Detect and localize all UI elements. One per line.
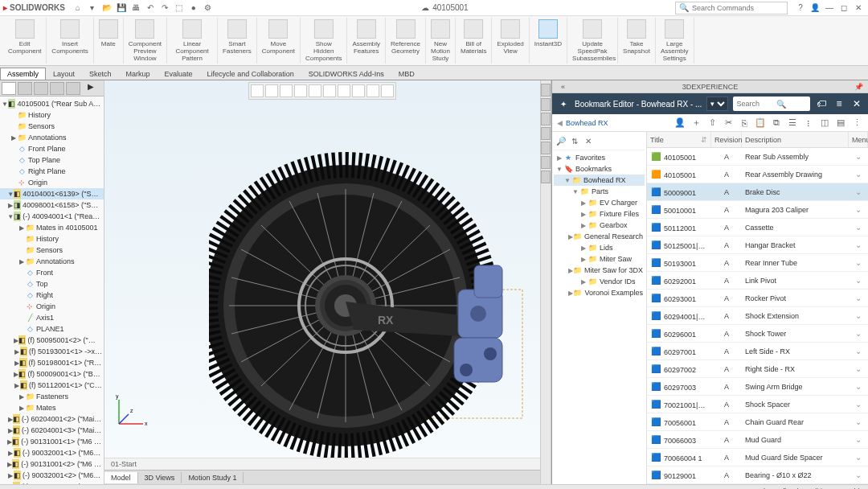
- expand-icon[interactable]: ▶: [18, 224, 25, 232]
- command-search-input[interactable]: [692, 4, 772, 12]
- bookmark-node[interactable]: ▶📁Lids: [554, 242, 645, 253]
- menu-icon[interactable]: ≡: [833, 97, 845, 110]
- expand-icon[interactable]: ▶: [579, 222, 588, 229]
- cmd-tab-layout[interactable]: Layout: [46, 68, 82, 80]
- cmd-tab-solidworks-add-ins[interactable]: SOLIDWORKS Add-Ins: [301, 68, 391, 80]
- copy-icon[interactable]: ⎘: [738, 117, 751, 129]
- expand-icon[interactable]: ▼: [555, 166, 563, 173]
- print-icon[interactable]: 🖶: [129, 2, 142, 14]
- col-title[interactable]: Title ⇵: [647, 132, 711, 147]
- cell-menu[interactable]: ⌄: [849, 347, 868, 355]
- fm-item[interactable]: ◇Right Plane: [0, 166, 104, 177]
- table-row[interactable]: 🟦60294001|60294...AShock Extension⌄: [647, 307, 868, 325]
- fm-item[interactable]: ▶◧(f) 50193001<1> ->x ("Rear"): [0, 346, 104, 357]
- fm-item[interactable]: ◇Front Plane: [0, 143, 104, 154]
- cell-menu[interactable]: ⌄: [849, 187, 868, 196]
- expand-icon[interactable]: ▶: [18, 393, 25, 401]
- fm-item[interactable]: ⊹Origin: [0, 177, 104, 188]
- fm-item[interactable]: ▶📁Annotations: [0, 256, 104, 267]
- fm-tab-property[interactable]: [18, 82, 32, 95]
- table-row[interactable]: 🟦50009001ABrake Disc⌄: [647, 183, 868, 201]
- tag-icon[interactable]: 🏷: [815, 97, 828, 110]
- bookmark-node[interactable]: ▶📁Voronoi Examples: [554, 287, 645, 298]
- expand-icon[interactable]: ▶: [7, 483, 13, 485]
- layout-icon[interactable]: ▤: [834, 117, 847, 129]
- table-row[interactable]: 🟦90129001ABearing - Ø10 x Ø22⌄: [647, 466, 868, 484]
- table-row[interactable]: 🟦50125001|50125...AHangar Bracket⌄: [647, 236, 868, 254]
- ribbon-insert-components[interactable]: Insert Components: [47, 18, 93, 64]
- cell-menu[interactable]: ⌄: [849, 471, 868, 479]
- cell-menu[interactable]: ⌄: [849, 311, 868, 320]
- cell-menu[interactable]: ⌄: [849, 205, 868, 214]
- expand-icon[interactable]: ▶: [579, 256, 588, 263]
- fm-item[interactable]: ▶◧(-) 60204001<2> ("Main Pivot As"): [0, 413, 104, 425]
- user-icon[interactable]: 👤: [674, 117, 686, 129]
- options-icon[interactable]: ⚙: [202, 2, 215, 14]
- fm-item[interactable]: 📁Sensors: [0, 244, 104, 256]
- expand-icon[interactable]: ▶: [579, 211, 588, 218]
- bm-table-body[interactable]: 🟩40105001ARear Sub Assembly⌄🟧40105001ARe…: [647, 148, 868, 484]
- taskpane-custom-props-icon[interactable]: [541, 156, 551, 169]
- bm-close-icon[interactable]: ✕: [583, 137, 594, 148]
- bm-find-icon[interactable]: 🔎: [555, 137, 567, 148]
- ribbon-linear-pattern[interactable]: Linear Component Pattern: [167, 18, 218, 64]
- collapse-icon[interactable]: ◫: [818, 117, 831, 129]
- table-row[interactable]: 🟦50112001ACassette⌄: [647, 219, 868, 236]
- bookmark-node[interactable]: ▶📁Fixture Files: [554, 208, 645, 220]
- fm-item[interactable]: ▶◧(f) 50095001<2> ("Wheel Rim"): [0, 335, 104, 346]
- select-icon[interactable]: ⬚: [173, 2, 186, 14]
- search-icon[interactable]: 🔍: [776, 100, 786, 109]
- fm-item[interactable]: 📁History: [0, 109, 104, 121]
- command-search[interactable]: 🔍: [675, 2, 788, 14]
- dup-icon[interactable]: ⧉: [770, 117, 783, 129]
- expand-icon[interactable]: ▶: [7, 416, 13, 423]
- fm-item[interactable]: ╱Axis1: [0, 312, 104, 323]
- graphics-viewport[interactable]: RX y x z: [104, 80, 540, 484]
- fm-item[interactable]: ◇Front: [0, 267, 104, 278]
- table-row[interactable]: 🟦60292001ALink Pivot⌄: [647, 272, 868, 290]
- table-row[interactable]: 🟦70066003AMud Guard⌄: [647, 431, 868, 449]
- upload-icon[interactable]: ⇧: [706, 117, 719, 129]
- cell-menu[interactable]: ⌄: [849, 382, 868, 391]
- table-row[interactable]: 🟦70056001AChain Guard Rear⌄: [647, 413, 868, 431]
- expand-icon[interactable]: ▶: [14, 371, 19, 378]
- table-row[interactable]: 🟦50010001AMagura 203 Caliper⌄: [647, 201, 868, 219]
- col-menu[interactable]: Menu: [849, 132, 868, 147]
- rebuild-icon[interactable]: ●: [187, 2, 200, 14]
- ribbon-exploded-view[interactable]: Exploded View: [492, 18, 529, 64]
- cell-menu[interactable]: ⌄: [849, 400, 868, 409]
- cell-menu[interactable]: ⌄: [849, 258, 868, 267]
- add-icon[interactable]: ＋: [690, 117, 702, 129]
- fm-root[interactable]: ▼ ◧ 40105001 ("Rear Sub Assembly"): [0, 98, 104, 109]
- expand-icon[interactable]: ▶: [14, 348, 20, 355]
- expand-icon[interactable]: ▶: [8, 472, 14, 479]
- cmd-tab-assembly[interactable]: Assembly: [0, 68, 46, 80]
- cmd-tab-sketch[interactable]: Sketch: [82, 68, 119, 80]
- expand-icon[interactable]: ▶: [8, 202, 14, 209]
- ribbon-smart-fasteners[interactable]: Smart Fasteners: [218, 18, 257, 64]
- fm-item[interactable]: ▼◧40104001<6139> ("Shock Tower"): [0, 188, 104, 199]
- expx-search-input[interactable]: [736, 100, 776, 108]
- ribbon-snapshot[interactable]: Take Snapshot: [618, 18, 656, 64]
- more-icon[interactable]: ⋮: [850, 117, 863, 129]
- cell-menu[interactable]: ⌄: [849, 170, 868, 179]
- expand-icon[interactable]: ▶: [18, 258, 25, 265]
- table-row[interactable]: 🟦60297001ALeft Side - RX⌄: [647, 343, 868, 360]
- fm-item[interactable]: 📁Sensors: [0, 121, 104, 132]
- col-revision[interactable]: Revision: [711, 132, 742, 147]
- fm-tab-dim[interactable]: [50, 82, 64, 95]
- filter-icon[interactable]: ⫶: [802, 117, 815, 129]
- bookmark-node[interactable]: ▶📁EV Charger: [554, 197, 645, 208]
- home-icon[interactable]: ⌂: [72, 2, 84, 14]
- table-row[interactable]: 🟦60297002ARight Side - RX⌄: [647, 360, 868, 378]
- expand-icon[interactable]: ▶: [10, 134, 17, 142]
- taskpane-forum-icon[interactable]: [541, 171, 551, 183]
- taskpane-resources-icon[interactable]: [541, 84, 551, 97]
- maximize-icon[interactable]: ◻: [837, 2, 850, 14]
- fm-item[interactable]: ▼◨(-) 40094001<1 ("Rear Wheel As"): [0, 211, 104, 222]
- new-icon[interactable]: ▾: [86, 2, 99, 14]
- ribbon-bom[interactable]: Bill of Materials: [456, 18, 492, 64]
- viewport-tab-3d-views[interactable]: 3D Views: [138, 472, 182, 483]
- expx-pin-icon[interactable]: 📌: [854, 83, 863, 91]
- fm-tab-tree[interactable]: [2, 82, 16, 95]
